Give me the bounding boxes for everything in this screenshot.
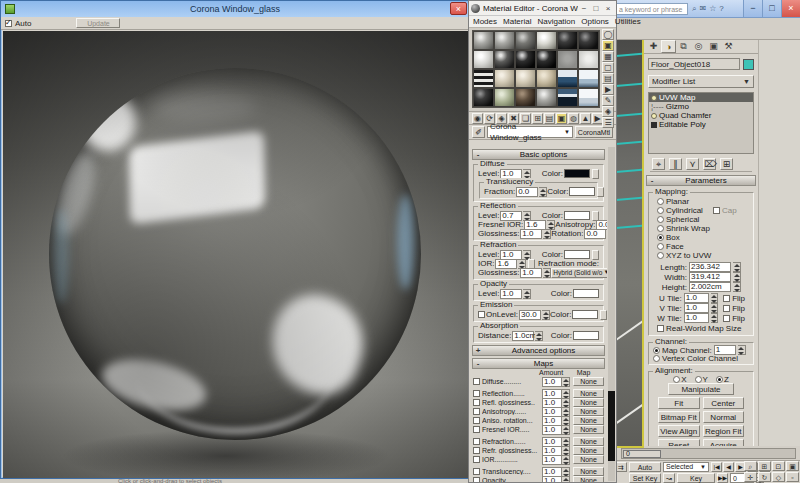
sample-type-icon[interactable]: ◯ xyxy=(602,29,614,40)
material-swatch[interactable] xyxy=(578,69,599,88)
material-swatch[interactable] xyxy=(536,31,557,50)
object-color-swatch[interactable] xyxy=(743,59,754,70)
mapping-option-spherical[interactable]: Spherical xyxy=(651,215,751,224)
motion-tab[interactable]: ◎ xyxy=(691,40,706,53)
refraction-glossiness-field[interactable]: 1.0 xyxy=(520,268,542,278)
w-tile-flip-checkbox[interactable] xyxy=(723,315,730,322)
close-button[interactable]: × xyxy=(602,4,614,13)
map-enable-checkbox[interactable] xyxy=(473,378,480,385)
generate-preview-icon[interactable]: ▶ xyxy=(602,84,614,95)
update-button[interactable]: Update xyxy=(76,18,120,28)
material-swatch[interactable] xyxy=(494,69,515,88)
help-icon[interactable]: ? xyxy=(719,3,723,15)
zoom-all-icon[interactable]: ⊞ xyxy=(758,461,771,471)
cap-checkbox[interactable] xyxy=(713,207,720,214)
map-amount-spinner[interactable] xyxy=(562,455,570,465)
refraction-glossiness-spinner[interactable] xyxy=(543,268,551,278)
map-amount-spinner[interactable] xyxy=(562,476,570,483)
length-spinner[interactable] xyxy=(733,262,741,272)
map-none-button[interactable]: None xyxy=(573,467,604,476)
emission-level-spinner[interactable] xyxy=(542,310,550,320)
map-none-button[interactable]: None xyxy=(573,446,604,455)
make-unique-stack-icon[interactable]: ⋎ xyxy=(686,158,699,170)
v-tile-field[interactable]: 1.0 xyxy=(684,303,709,313)
mapping-option-xyz-to-uvw[interactable]: XYZ to UVW xyxy=(651,251,751,260)
height-field[interactable]: 2.002cm xyxy=(689,282,731,292)
maps-rollout-header[interactable]: - Maps xyxy=(472,358,605,369)
timeline[interactable]: 0 xyxy=(613,446,800,461)
material-map-navigator-icon[interactable]: ☰ xyxy=(602,117,614,128)
minimize-button[interactable]: − xyxy=(743,0,762,17)
refraction-color-swatch[interactable] xyxy=(564,250,590,259)
map-enable-checkbox[interactable] xyxy=(473,477,480,482)
material-swatch[interactable] xyxy=(515,31,536,50)
radio[interactable] xyxy=(716,376,723,383)
map-none-button[interactable]: None xyxy=(573,389,604,398)
material-swatch[interactable] xyxy=(578,88,599,107)
get-material-icon[interactable]: ◉ xyxy=(472,113,483,124)
menu-utilities[interactable]: Utilities xyxy=(615,17,641,26)
map-enable-checkbox[interactable] xyxy=(473,390,480,397)
menu-modes[interactable]: Modes xyxy=(473,17,497,26)
go-to-start-icon[interactable]: |◀ xyxy=(711,462,722,472)
v-tile-flip-checkbox[interactable] xyxy=(723,305,730,312)
map-enable-checkbox[interactable] xyxy=(473,438,480,445)
w-tile-field[interactable]: 1.0 xyxy=(684,313,709,323)
menu-material[interactable]: Material xyxy=(503,17,531,26)
material-swatch[interactable] xyxy=(494,50,515,69)
emission-level-field[interactable]: 30.0 xyxy=(519,310,541,320)
background-icon[interactable]: ▦ xyxy=(602,51,614,62)
opacity-color-swatch[interactable] xyxy=(573,289,599,298)
advanced-options-rollout-header[interactable]: + Advanced options xyxy=(472,345,605,356)
map-enable-checkbox[interactable] xyxy=(473,447,480,454)
maximize-button[interactable]: □ xyxy=(762,0,781,17)
radio[interactable] xyxy=(657,216,664,223)
map-channel-spinner[interactable] xyxy=(738,345,746,355)
absorption-distance-spinner[interactable] xyxy=(535,331,543,341)
map-enable-checkbox[interactable] xyxy=(473,399,480,406)
display-tab[interactable]: ▣ xyxy=(706,40,721,53)
vfb-close-button[interactable]: × xyxy=(450,2,467,15)
vertex-color-channel-radio[interactable] xyxy=(653,355,660,362)
mapping-option-shrink-wrap[interactable]: Shrink Wrap xyxy=(651,224,751,233)
auto-key-button[interactable]: Auto Key xyxy=(629,462,661,472)
field-of-view-icon[interactable]: ◇ xyxy=(772,472,785,482)
reflection-glossiness-spinner[interactable] xyxy=(543,229,551,239)
modifier-stack-item[interactable]: Quad Chamfer xyxy=(649,111,753,120)
radio[interactable] xyxy=(673,376,680,383)
previous-frame-icon[interactable]: ◀ xyxy=(723,462,734,472)
orbit-icon[interactable]: ↻ xyxy=(758,472,771,482)
height-spinner[interactable] xyxy=(733,282,741,292)
absorption-distance-field[interactable]: 1.0cm xyxy=(512,331,534,341)
scrollbar-thumb[interactable] xyxy=(608,391,615,461)
vfb-titlebar[interactable]: Corona Window_glass × xyxy=(1,1,469,17)
opacity-level-spinner[interactable] xyxy=(523,289,531,299)
auto-checkbox[interactable] xyxy=(5,20,12,27)
menu-options[interactable]: Options xyxy=(581,17,609,26)
width-field[interactable]: 319.412 xyxy=(689,272,731,282)
map-none-button[interactable]: None xyxy=(573,455,604,464)
map-amount-field[interactable]: 1.0 xyxy=(542,377,562,387)
manipulate-button[interactable]: Manipulate xyxy=(668,383,734,395)
go-to-parent-icon[interactable]: ▲ xyxy=(580,113,591,124)
scrollbar[interactable] xyxy=(608,147,615,481)
material-swatch[interactable] xyxy=(536,88,557,107)
opacity-level-field[interactable]: 1.0 xyxy=(500,289,522,299)
map-none-button[interactable]: None xyxy=(573,407,604,416)
material-editor-titlebar[interactable]: Material Editor - Corona Window_... − □ … xyxy=(469,1,616,16)
rotation-field[interactable]: 0.0 xyxy=(584,229,606,239)
length-field[interactable]: 236.342 xyxy=(689,262,731,272)
map-amount-field[interactable]: 1.0 xyxy=(542,476,562,483)
translucency-color-map-button[interactable] xyxy=(597,187,604,197)
mapping-option-planar[interactable]: Planar xyxy=(651,197,751,206)
material-swatch[interactable] xyxy=(494,88,515,107)
sample-uv-tiling-icon[interactable]: ▢ xyxy=(602,62,614,73)
map-amount-spinner[interactable] xyxy=(562,425,570,435)
absorption-color-swatch[interactable] xyxy=(573,331,599,340)
mapping-option-cylindrical[interactable]: CylindricalCap xyxy=(651,206,751,215)
pick-material-icon[interactable]: ✐ xyxy=(472,126,485,138)
material-swatch[interactable] xyxy=(473,31,494,50)
show-end-result-stack-icon[interactable]: ∥ xyxy=(669,158,682,170)
material-swatch[interactable] xyxy=(578,31,599,50)
search-icon[interactable]: ⌕ xyxy=(692,3,696,15)
